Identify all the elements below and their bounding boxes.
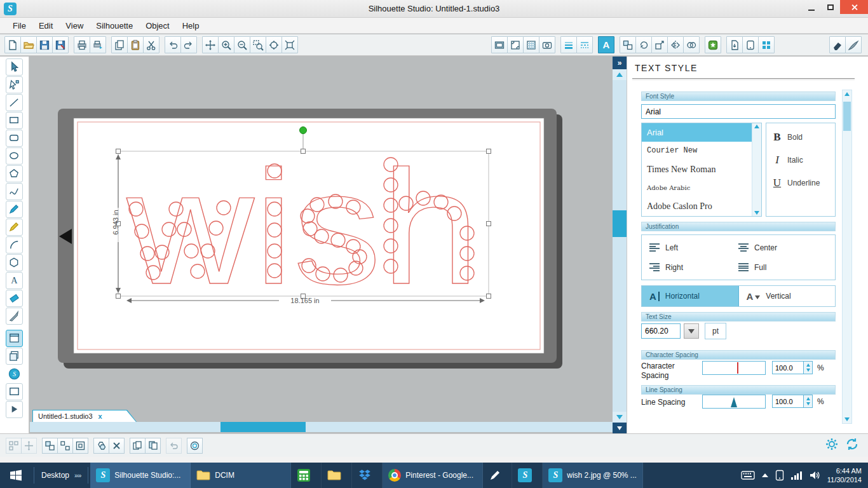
zoom-out-button[interactable] [234, 36, 250, 53]
task-wish-image[interactable]: S wish 2.jpg @ 50% ... [543, 463, 643, 488]
horizontal-scrollbar[interactable] [30, 422, 613, 432]
font-list-down-icon[interactable] [754, 211, 759, 215]
curve-tool[interactable] [6, 183, 23, 200]
store-button[interactable]: S [6, 365, 23, 383]
chevron-right-icon[interactable]: »» [74, 471, 81, 479]
zoom-selection-button[interactable] [250, 36, 266, 53]
rounded-rectangle-tool[interactable] [6, 130, 23, 147]
send-to-silhouette-button[interactable] [90, 36, 106, 53]
close-button[interactable] [840, 0, 868, 14]
dash-style-button[interactable] [576, 36, 593, 53]
sync-icon[interactable] [845, 437, 859, 451]
panel-scroll-thumb[interactable] [843, 102, 851, 131]
design-object[interactable]: wish [126, 137, 479, 318]
library-view-button[interactable] [758, 36, 775, 53]
character-spacing-slider[interactable] [702, 361, 766, 375]
open-button[interactable] [20, 36, 37, 53]
vertical-text-button[interactable]: A Vertical [739, 286, 836, 306]
italic-option[interactable]: I Italic [773, 154, 829, 166]
maximize-button[interactable] [821, 0, 840, 14]
bold-option[interactable]: B Bold [773, 131, 829, 144]
task-file-explorer[interactable] [322, 463, 352, 488]
horizontal-text-button[interactable]: A Horizontal [642, 286, 739, 306]
task-pen-input[interactable] [483, 463, 512, 488]
play-button[interactable] [6, 401, 23, 418]
task-silhouette-app[interactable]: S [512, 463, 543, 488]
spin-up-icon[interactable] [806, 363, 810, 367]
offset-button[interactable] [187, 438, 203, 454]
vertical-scroll-track[interactable] [613, 80, 627, 412]
line-style-button[interactable] [560, 36, 577, 53]
undo-operation-button[interactable] [166, 438, 182, 454]
menu-file[interactable]: File [6, 19, 32, 32]
mirror-options-button[interactable] [667, 36, 684, 53]
line-spacing-value[interactable] [772, 395, 804, 408]
panel-scroll-up-icon[interactable] [844, 92, 850, 96]
print-button[interactable] [74, 36, 90, 53]
task-chrome-pinterest[interactable]: Pinterest - Google... [383, 463, 483, 488]
panel-scrollbar[interactable] [842, 90, 852, 424]
zoom-in-button[interactable] [218, 36, 234, 53]
settings-gear-icon[interactable] [825, 437, 839, 451]
duplicate-left-button[interactable] [130, 438, 146, 454]
handle-top-right[interactable] [487, 149, 491, 154]
character-spacing-value[interactable] [772, 361, 804, 374]
character-spacing-marker[interactable] [737, 362, 738, 374]
network-status-icon[interactable] [791, 471, 802, 480]
compound-path-button[interactable] [72, 438, 88, 454]
group-button[interactable] [42, 438, 58, 454]
font-list-item-courier[interactable]: Courier New [642, 142, 761, 160]
page-settings-button[interactable] [491, 36, 508, 53]
handle-mid-right[interactable] [487, 222, 491, 226]
desktop-toolbar[interactable]: Desktop »» [36, 471, 86, 480]
menu-object[interactable]: Object [139, 19, 176, 32]
menu-help[interactable]: Help [176, 19, 206, 32]
document-tab[interactable]: Untitled-1.studio3 x [32, 410, 137, 422]
task-dcim[interactable]: DCIM [191, 463, 291, 488]
design-scene[interactable]: wish [30, 57, 612, 410]
vertical-scroll-thumb[interactable] [613, 210, 627, 237]
character-spacing-spinner[interactable] [804, 361, 813, 374]
pan-tool-button[interactable] [202, 36, 219, 53]
fit-to-page-button[interactable] [281, 36, 298, 53]
handle-top-left[interactable] [116, 149, 121, 154]
handle-bottom-right[interactable] [487, 294, 491, 299]
menu-edit[interactable]: Edit [32, 19, 59, 32]
spin-down-icon[interactable] [806, 402, 810, 405]
font-list[interactable]: Arial Courier New Times New Roman Adobe … [641, 123, 762, 217]
library-button[interactable] [6, 348, 23, 365]
font-list-up-icon[interactable] [754, 125, 759, 128]
line-spacing-marker[interactable] [731, 397, 737, 407]
save-button[interactable] [36, 36, 53, 53]
font-list-item-arial[interactable]: Arial [642, 123, 761, 142]
regular-polygon-tool[interactable] [6, 254, 23, 271]
sketch-highlight-tool[interactable] [6, 219, 23, 236]
preview-pane-button[interactable] [6, 383, 23, 400]
text-style-button[interactable]: A [598, 36, 614, 53]
rectangle-tool[interactable] [6, 112, 23, 129]
scroll-corner-button[interactable] [613, 423, 627, 433]
send-to-device-button[interactable] [742, 36, 759, 53]
knife-tool[interactable] [6, 308, 23, 325]
scroll-up-button[interactable] [613, 69, 627, 80]
select-tool[interactable] [6, 58, 23, 76]
taskbar-clock[interactable]: 6:44 AM 11/30/2014 [827, 466, 862, 484]
font-list-item-adobe-arabic[interactable]: Adobe Arabic [642, 179, 761, 197]
eraser-toolbar-button[interactable] [829, 36, 846, 53]
transform-tools-button[interactable] [21, 438, 37, 454]
cut-button[interactable] [143, 36, 159, 53]
show-hidden-icons-button[interactable] [762, 473, 768, 477]
text-size-input[interactable] [641, 323, 681, 339]
task-dropbox[interactable] [352, 463, 383, 488]
undo-button[interactable] [165, 36, 181, 53]
design-page-button[interactable] [6, 330, 23, 347]
justify-full-option[interactable]: Full [738, 263, 827, 272]
knife-toolbar-button[interactable] [845, 36, 862, 53]
justify-right-option[interactable]: Right [649, 263, 738, 272]
tab-close-button[interactable]: x [98, 412, 102, 420]
collapse-panel-button[interactable]: » [613, 57, 627, 69]
image-effects-button[interactable] [705, 36, 721, 53]
start-button[interactable] [0, 463, 32, 488]
text-tool[interactable]: A [6, 272, 23, 289]
text-size-unit-button[interactable]: pt [705, 323, 726, 339]
